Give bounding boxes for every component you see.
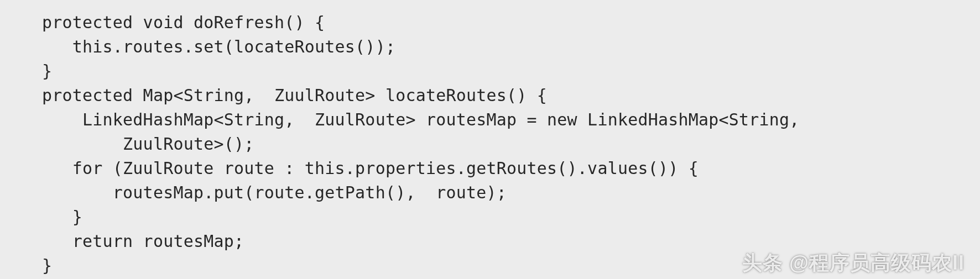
code-content: protected void doRefresh() { this.routes… [42,13,800,275]
code-block: protected void doRefresh() { this.routes… [0,0,980,278]
